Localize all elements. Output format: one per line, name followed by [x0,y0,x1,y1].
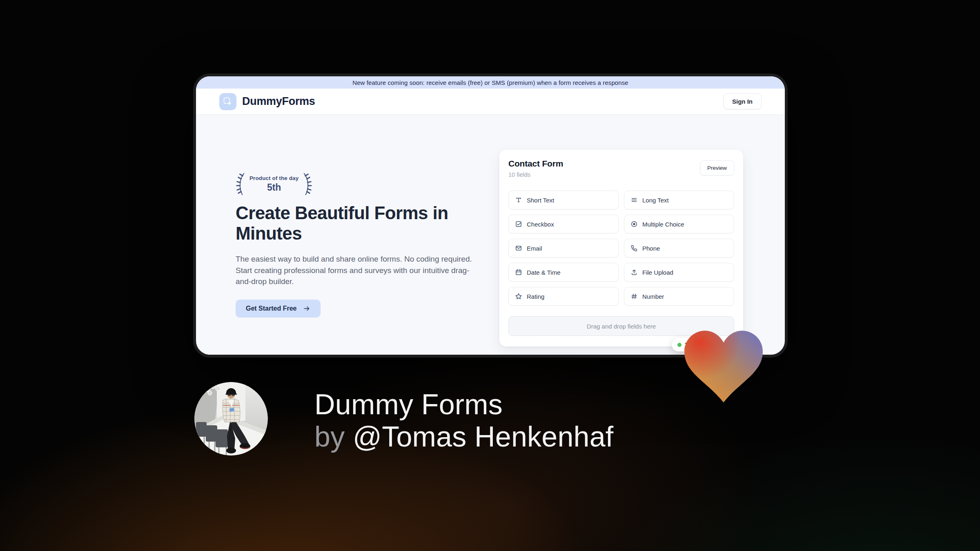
field-checkbox[interactable]: Checkbox [508,215,619,233]
field-label: File Upload [642,269,673,276]
field-multiple-choice[interactable]: Multiple Choice [624,215,734,233]
caption-title: Dummy Forms [314,389,613,421]
laurel-right-icon [302,172,313,196]
get-started-label: Get Started Free [246,305,296,312]
upload-icon [630,269,638,276]
field-number[interactable]: Number [624,287,734,306]
field-label: Date & Time [527,269,561,276]
email-icon [515,244,522,252]
field-label: Phone [642,245,660,252]
status-dot [677,343,682,347]
star-icon [515,293,522,300]
checkbox-icon [515,220,522,228]
field-label: Rating [527,293,544,300]
field-short-text[interactable]: Short Text [508,191,619,209]
caption: Dummy Forms by @Tomas Henkenhaf [314,389,613,453]
field-rating[interactable]: Rating [508,287,619,306]
multiple-choice-icon [630,220,638,228]
builder-card: Contact Form 10 fields Preview Short Tex… [499,150,743,347]
brand-name: DummyForms [242,95,315,108]
browser-window: New feature coming soon: receive emails … [196,76,785,355]
get-started-button[interactable]: Get Started Free [236,300,321,318]
phone-icon [630,244,638,252]
cursor-dashed-box-icon [219,93,236,110]
arrow-right-icon [303,305,310,312]
field-label: Email [527,245,542,252]
page-background: New feature coming soon: receive emails … [0,0,980,551]
award-badge: Product of the day 5th [235,172,313,196]
field-label: Multiple Choice [642,221,684,228]
field-file-upload[interactable]: File Upload [624,263,734,282]
author-avatar [194,382,268,455]
field-email[interactable]: Email [508,239,619,258]
announcement-text: New feature coming soon: receive emails … [352,79,628,86]
announcement-bar: New feature coming soon: receive emails … [196,76,785,89]
field-date-time[interactable]: Date & Time [508,263,619,282]
gradient-heart-icon [684,330,763,404]
field-label: Long Text [642,197,669,204]
sign-in-button[interactable]: Sign In [723,93,762,109]
award-line1: Product of the day [249,175,298,181]
field-label: Number [642,293,664,300]
site-header: DummyForms Sign In [196,89,785,115]
field-long-text[interactable]: Long Text [624,191,734,209]
hero-headline: Create Beautiful Forms in Minutes [236,203,497,244]
short-text-icon [515,196,522,204]
long-text-icon [630,196,638,204]
field-label: Short Text [527,197,554,204]
fields-grid: Short Text Long Text Checkbox Multiple C… [508,191,734,306]
page-body: Product of the day 5th Create Beautiful … [196,115,785,355]
caption-byline: by @Tomas Henkenhaf [314,421,613,453]
preview-button[interactable]: Preview [700,160,734,176]
award-line2: 5th [249,182,298,193]
field-phone[interactable]: Phone [624,239,734,258]
brand-logo[interactable]: DummyForms [219,93,315,110]
hero-description: The easiest way to build and share onlin… [236,253,474,287]
byline-prefix: by [314,421,353,453]
field-label: Checkbox [527,221,554,228]
laurel-left-icon [235,172,246,196]
dropzone-text: Drag and drop fields here [587,323,656,330]
hash-icon [630,293,638,300]
byline-handle: @Tomas Henkenhaf [353,421,613,453]
calendar-icon [515,269,522,276]
